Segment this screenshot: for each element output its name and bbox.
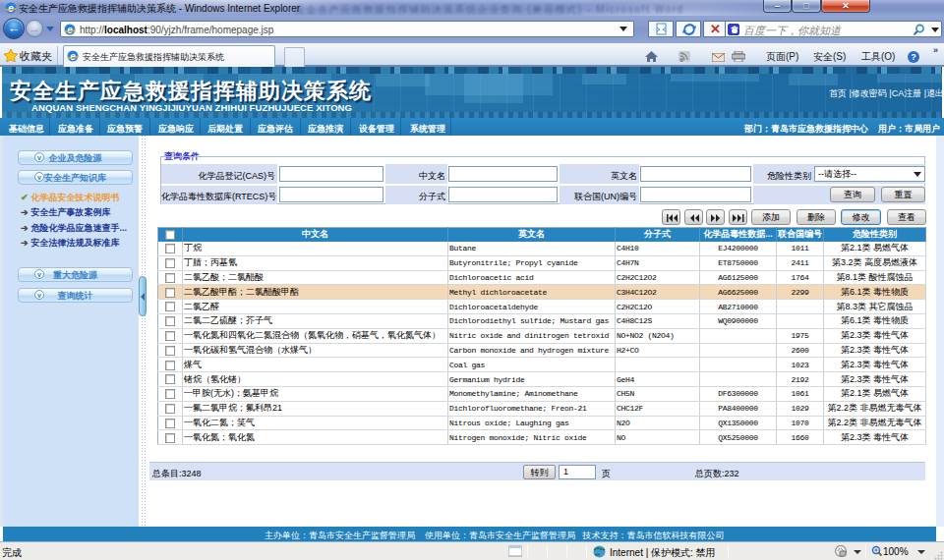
- svg-text:e: e: [67, 25, 73, 35]
- svg-text:e: e: [70, 51, 76, 62]
- svg-text:e: e: [8, 3, 14, 14]
- svg-text:?: ?: [911, 52, 916, 62]
